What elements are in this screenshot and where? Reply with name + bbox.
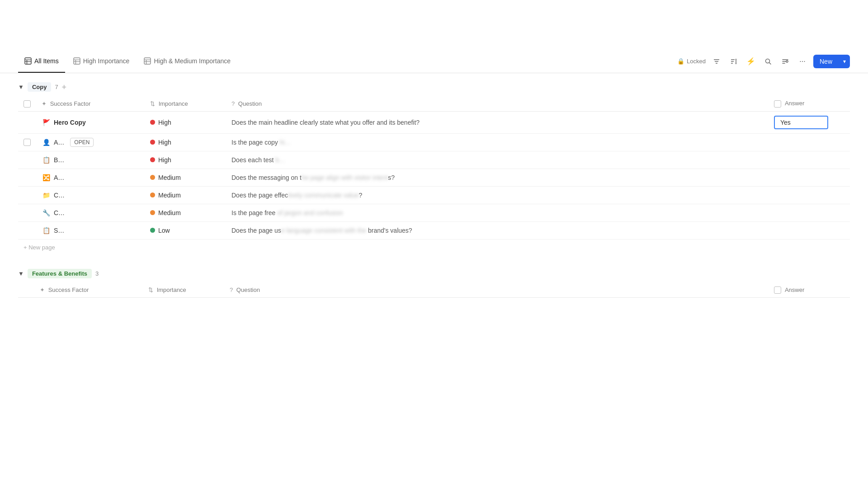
row-importance-2: High <box>145 133 226 151</box>
importance-label-6: Medium <box>158 209 181 216</box>
importance-dot-6 <box>150 210 155 215</box>
locked-status: 🔒 Locked <box>677 58 706 65</box>
row-question-2: Is the page copy hi… <box>226 133 769 151</box>
tab-high-medium[interactable]: High & Medium Importance <box>137 50 237 73</box>
copy-group-add[interactable]: + <box>62 83 67 91</box>
importance-label-hero: High <box>158 119 171 126</box>
new-button[interactable]: New ▾ <box>813 55 850 68</box>
hero-sf-name: Hero Copy <box>54 119 86 126</box>
question-text-hero: Does the main headline clearly state wha… <box>231 119 420 126</box>
row-question-6: Is the page free of jargon and confusion <box>226 204 769 221</box>
features-group-header: ▼ Features & Benefits 3 <box>18 269 850 278</box>
row-question-hero: Does the main headline clearly state wha… <box>226 111 769 133</box>
header-sf-label: Success Factor <box>50 100 91 107</box>
sort-icon[interactable] <box>727 55 740 68</box>
importance-label-3: High <box>158 156 171 164</box>
tab-all-items-label: All Items <box>34 57 59 65</box>
toolbar-right: 🔒 Locked ⚡ <box>677 55 850 68</box>
header-question-label: Question <box>238 100 262 107</box>
new-page-label[interactable]: + New page <box>24 244 55 251</box>
question-text-4-visible: Does the messaging on t <box>231 174 302 181</box>
settings-icon[interactable] <box>779 55 792 68</box>
features-header-question: ? Question <box>224 283 769 298</box>
tab-high-importance[interactable]: High Importance <box>67 50 136 73</box>
importance-dot-hero <box>150 120 155 125</box>
header-importance-label: Importance <box>159 100 188 107</box>
row-answer-7 <box>769 221 850 239</box>
features-header-sf: ✦ Success Factor <box>34 283 143 298</box>
question-text-5-visible: Does the page effec <box>231 192 288 199</box>
row-sf-6[interactable]: 🔧 C… <box>36 204 145 221</box>
row-importance-4: Medium <box>145 169 226 186</box>
features-header-answer: Answer <box>769 283 850 298</box>
svg-line-20 <box>769 62 771 64</box>
copy-table: ✦ Success Factor ⇅ Importance ? Question… <box>18 96 850 255</box>
answer-yes-hero[interactable]: Yes <box>774 116 828 129</box>
features-table-header: ✦ Success Factor ⇅ Importance ? Question… <box>18 283 850 298</box>
new-page-cell[interactable]: + New page <box>18 239 850 255</box>
row5-sf-name: C… <box>54 192 65 199</box>
row2-checkbox[interactable] <box>24 139 31 146</box>
features-sf-icon: ✦ <box>40 286 45 293</box>
question-text-6-blurred: of jargon and confusion <box>275 209 343 216</box>
row4-sf-name: A… <box>54 174 64 181</box>
features-importance-icon: ⇅ <box>148 286 153 293</box>
features-header-check <box>18 283 34 298</box>
header-checkbox[interactable] <box>24 100 31 108</box>
open-badge[interactable]: OPEN <box>70 138 94 147</box>
features-group-count: 3 <box>95 270 99 277</box>
table-row: 🔧 C… Medium Is the page free of jargon a… <box>18 204 850 221</box>
copy-group-toggle[interactable]: ▼ <box>18 84 24 90</box>
row-check-7 <box>18 221 36 239</box>
row7-sf-icon: 📋 <box>42 226 51 235</box>
row-answer-2 <box>769 133 850 151</box>
importance-label-4: Medium <box>158 174 181 181</box>
row-sf-2[interactable]: 👤 A… OPEN <box>36 133 145 151</box>
row-answer-6 <box>769 204 850 221</box>
question-text-7-suffix: brand's values? <box>368 227 412 234</box>
table-row: 🚩 Hero Copy High Does the main headline … <box>18 111 850 133</box>
filter-icon[interactable] <box>710 55 723 68</box>
question-text-3-blurred: b… <box>275 156 285 164</box>
table-row: 📁 C… Medium Does the page effectively co… <box>18 186 850 204</box>
new-page-row[interactable]: + New page <box>18 239 850 255</box>
search-icon[interactable] <box>762 55 774 68</box>
row-importance-6: Medium <box>145 204 226 221</box>
row-sf-5[interactable]: 📁 C… <box>36 186 145 204</box>
features-group-label: Features & Benefits <box>28 269 92 278</box>
row-sf-hero[interactable]: 🚩 Hero Copy <box>36 111 145 133</box>
row4-sf-icon: 🔀 <box>42 173 51 182</box>
lightning-icon[interactable]: ⚡ <box>745 55 757 68</box>
new-btn-dropdown-arrow[interactable]: ▾ <box>839 55 850 68</box>
row-answer-hero[interactable]: Yes <box>769 111 850 133</box>
answer-header-checkbox <box>774 100 781 108</box>
svg-rect-4 <box>74 58 80 64</box>
row6-sf-name: C… <box>54 209 65 216</box>
row3-sf-icon: 📋 <box>42 155 51 164</box>
table-row: 👤 A… OPEN High Is the page copy hi… <box>18 133 850 151</box>
row-importance-7: Low <box>145 221 226 239</box>
row-check-hero <box>18 111 36 133</box>
header-success-factor: ✦ Success Factor <box>36 96 145 111</box>
row-sf-3[interactable]: 📋 B… <box>36 151 145 169</box>
question-text-2-visible: Is the page copy <box>231 139 280 146</box>
question-text-6-visible: Is the page free <box>231 209 275 216</box>
hero-sf-icon: 🚩 <box>42 118 51 127</box>
more-icon[interactable]: ··· <box>796 55 809 68</box>
features-group-toggle[interactable]: ▼ <box>18 270 24 277</box>
importance-dot-2 <box>150 140 155 145</box>
importance-header-icon: ⇅ <box>150 100 155 107</box>
section-gap <box>18 255 850 269</box>
locked-text: Locked <box>687 58 706 65</box>
row-sf-7[interactable]: 📋 S… <box>36 221 145 239</box>
row-importance-5: Medium <box>145 186 226 204</box>
row-check-3 <box>18 151 36 169</box>
tab-all-items[interactable]: All Items <box>18 50 65 73</box>
question-text-4-blurred: he page align with visitor intent <box>302 174 388 181</box>
row-sf-4[interactable]: 🔀 A… <box>36 169 145 186</box>
header-question: ? Question <box>226 96 769 111</box>
row-check-2[interactable] <box>18 133 36 151</box>
table-icon-3 <box>144 57 151 65</box>
question-header-icon: ? <box>231 100 235 107</box>
row-check-5 <box>18 186 36 204</box>
